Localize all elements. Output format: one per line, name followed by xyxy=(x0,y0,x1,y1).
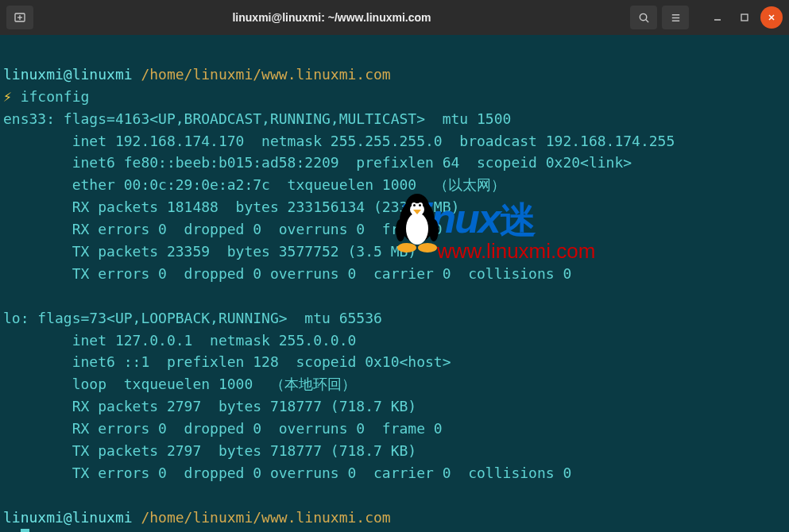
prompt-symbol: ⚡ xyxy=(3,88,12,105)
maximize-button[interactable] xyxy=(733,6,756,29)
svg-point-3 xyxy=(640,13,646,20)
svg-line-4 xyxy=(645,19,648,21)
output-line: inet 127.0.0.1 netmask 255.0.0.0 xyxy=(3,332,356,349)
output-line: loop txqueuelen 1000 （本地环回） xyxy=(3,376,356,392)
search-button[interactable] xyxy=(630,6,657,29)
output-line: TX packets 23359 bytes 3577752 (3.5 MB) xyxy=(3,243,416,260)
minimize-button[interactable] xyxy=(706,6,729,29)
output-line: TX errors 0 dropped 0 overruns 0 carrier… xyxy=(3,465,571,481)
window-title: linuxmi@linuxmi: ~/www.linuxmi.com xyxy=(40,11,624,24)
close-button[interactable] xyxy=(760,6,783,29)
minimize-icon xyxy=(713,13,722,22)
output-line: ens33: flags=4163<UP,BROADCAST,RUNNING,M… xyxy=(3,110,511,127)
search-icon xyxy=(638,12,650,24)
output-line: inet6 fe80::beeb:b015:ad58:2209 prefixle… xyxy=(3,154,632,171)
output-line: TX errors 0 dropped 0 overruns 0 carrier… xyxy=(3,265,571,282)
prompt-path: /home/linuxmi/www.linuxmi.com xyxy=(141,509,390,526)
output-line: RX packets 181488 bytes 233156134 (233.1… xyxy=(3,199,459,215)
command-text: ifconfig xyxy=(21,88,90,105)
output-line: RX errors 0 dropped 0 overruns 0 frame 0 xyxy=(3,221,443,237)
maximize-icon xyxy=(740,13,749,22)
output-line: ether 00:0c:29:0e:a2:7c txqueuelen 1000 … xyxy=(3,176,505,193)
prompt-user: linuxmi@linuxmi xyxy=(3,66,133,83)
output-line: inet6 ::1 prefixlen 128 scopeid 0x10<hos… xyxy=(3,353,451,370)
output-line: RX errors 0 dropped 0 overruns 0 frame 0 xyxy=(3,420,443,437)
prompt-path: /home/linuxmi/www.linuxmi.com xyxy=(141,66,390,83)
output-line: RX packets 2797 bytes 718777 (718.7 KB) xyxy=(3,398,416,414)
close-icon xyxy=(767,13,776,22)
svg-rect-9 xyxy=(741,14,748,21)
titlebar: linuxmi@linuxmi: ~/www.linuxmi.com xyxy=(0,0,789,35)
new-tab-button[interactable] xyxy=(6,6,33,29)
prompt-user: linuxmi@linuxmi xyxy=(3,509,133,526)
output-line: TX packets 2797 bytes 718777 (718.7 KB) xyxy=(3,442,416,459)
terminal-cursor xyxy=(21,529,29,532)
hamburger-icon xyxy=(670,12,682,24)
output-line: inet 192.168.174.170 netmask 255.255.255… xyxy=(3,133,675,149)
terminal-area[interactable]: linuxmi@linuxmi /home/linuxmi/www.linuxm… xyxy=(0,35,789,532)
new-tab-icon xyxy=(14,11,26,24)
hamburger-menu-button[interactable] xyxy=(662,6,689,29)
output-line: lo: flags=73<UP,LOOPBACK,RUNNING> mtu 65… xyxy=(3,310,382,326)
